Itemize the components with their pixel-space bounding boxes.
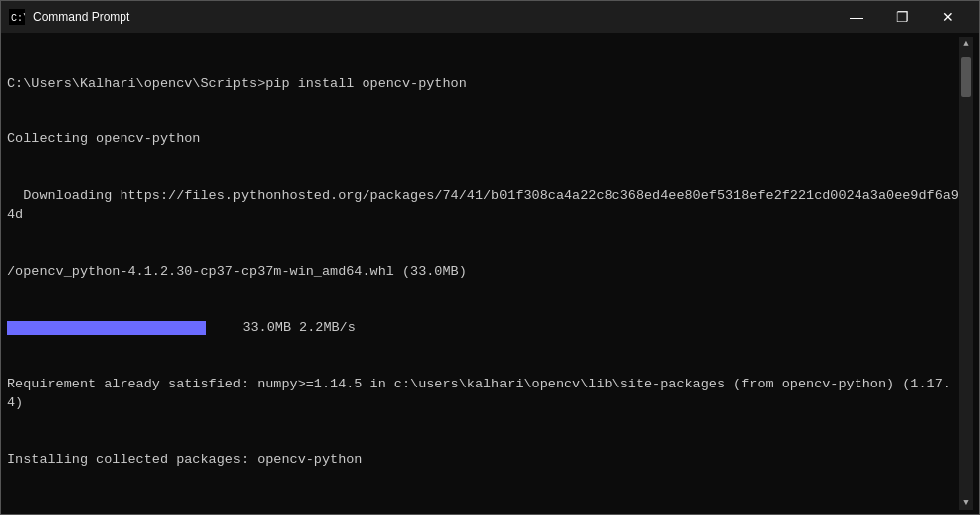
- scroll-down-arrow[interactable]: ▼: [959, 496, 973, 510]
- minimize-button[interactable]: —: [834, 1, 879, 33]
- command-prompt-window: C:\ Command Prompt — ❐ ✕ C:\Users\Kalhar…: [0, 0, 980, 515]
- scrollbar-thumb[interactable]: [961, 57, 971, 97]
- maximize-button[interactable]: ❐: [879, 1, 925, 33]
- terminal-line-3: Downloading https://files.pythonhosted.o…: [7, 187, 959, 225]
- window-controls: — ❐ ✕: [834, 1, 971, 33]
- terminal-line-6: Requirement already satisfied: numpy>=1.…: [7, 376, 959, 413]
- terminal-body[interactable]: C:\Users\Kalhari\opencv\Scripts>pip inst…: [1, 33, 979, 514]
- scrollbar[interactable]: ▲ ▼: [959, 37, 973, 510]
- terminal-line-8: Successfully installed opencv-python-4.1…: [7, 507, 959, 510]
- terminal-line-1: C:\Users\Kalhari\opencv\Scripts>pip inst…: [7, 75, 959, 94]
- terminal-line-5: 33.0MB 2.2MB/s: [7, 319, 959, 338]
- progress-bar-fill: [7, 321, 206, 335]
- title-bar: C:\ Command Prompt — ❐ ✕: [1, 1, 979, 33]
- close-button[interactable]: ✕: [925, 1, 971, 33]
- window-title: Command Prompt: [33, 10, 834, 24]
- terminal-line-4: /opencv_python-4.1.2.30-cp37-cp37m-win_a…: [7, 263, 959, 282]
- progress-bar: [7, 321, 206, 335]
- terminal-line-7: Installing collected packages: opencv-py…: [7, 451, 959, 470]
- terminal-line-2: Collecting opencv-python: [7, 130, 959, 149]
- scroll-up-arrow[interactable]: ▲: [959, 37, 973, 51]
- svg-text:C:\: C:\: [11, 13, 25, 24]
- cmd-icon: C:\: [9, 9, 25, 25]
- terminal-content: C:\Users\Kalhari\opencv\Scripts>pip inst…: [7, 37, 959, 510]
- scrollbar-track[interactable]: [959, 51, 973, 496]
